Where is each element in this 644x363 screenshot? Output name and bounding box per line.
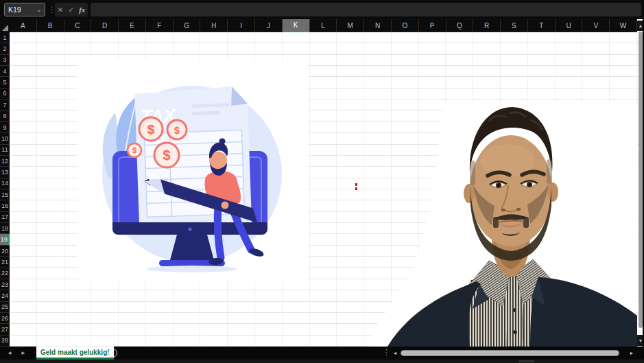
column-header-K[interactable]: K — [283, 19, 310, 32]
row-header-28[interactable]: 28 — [0, 336, 10, 347]
enter-icon[interactable]: ✓ — [68, 6, 73, 14]
monitor-logo — [189, 228, 192, 231]
presenter-photo — [367, 103, 637, 347]
row-header-4[interactable]: 4 — [0, 66, 10, 77]
hair-fade — [470, 161, 475, 185]
row-header-22[interactable]: 22 — [0, 268, 10, 279]
add-sheet-icon[interactable]: + — [108, 349, 117, 358]
row-header-9[interactable]: 9 — [0, 122, 10, 133]
row-header-2[interactable]: 2 — [0, 43, 10, 54]
column-header-O[interactable]: O — [392, 19, 419, 32]
row-header-25[interactable]: 25 — [0, 302, 10, 313]
status-strip-segment — [519, 360, 534, 362]
column-header-F[interactable]: F — [146, 19, 174, 32]
column-header-A[interactable]: A — [10, 19, 37, 32]
row-header-24[interactable]: 24 — [0, 290, 10, 301]
coin-dollar-icon: $ — [174, 124, 180, 136]
select-all-corner[interactable] — [0, 19, 10, 32]
column-header-C[interactable]: C — [64, 19, 92, 32]
name-box-value: K19 — [8, 5, 36, 14]
sheet-tab[interactable]: Geld maakt gelukkig! — [36, 347, 114, 360]
row-header-20[interactable]: 20 — [0, 246, 10, 257]
row-header-3[interactable]: 3 — [0, 55, 10, 66]
coin-dollar-icon: $ — [132, 146, 136, 154]
scroll-right-arrow-icon[interactable]: ► — [627, 347, 636, 360]
monitor-stand — [170, 235, 214, 260]
row-header-11[interactable]: 11 — [0, 145, 10, 156]
shirt-button — [512, 308, 516, 312]
row-header-26[interactable]: 26 — [0, 313, 10, 324]
row-header-8[interactable]: 8 — [0, 111, 10, 122]
horizontal-scrollbar-thumb[interactable] — [401, 350, 619, 356]
sheet-tab-bar: ◄ ► Geld maakt gelukkig! + ⋮ ◄ ► — [0, 347, 644, 360]
row-header-16[interactable]: 16 — [0, 200, 10, 211]
column-header-E[interactable]: E — [119, 19, 146, 32]
row-header-10[interactable]: 10 — [0, 133, 10, 144]
column-header-G[interactable]: G — [174, 19, 201, 32]
shirt-button — [513, 330, 516, 333]
column-header-N[interactable]: N — [364, 19, 392, 32]
formula-bar: K19 ⌄ ⋮ ✕ ✓ fx — [0, 0, 644, 19]
column-header-V[interactable]: V — [582, 19, 610, 32]
hscroll-splitter-icon[interactable]: ⋮ — [383, 348, 390, 357]
formula-buttons: ✕ ✓ fx — [55, 3, 88, 16]
column-header-R[interactable]: R — [473, 19, 501, 32]
row-header-14[interactable]: 14 — [0, 178, 10, 189]
row-header-15[interactable]: 15 — [0, 189, 10, 200]
column-header-B[interactable]: B — [37, 19, 64, 32]
status-strip — [0, 360, 644, 363]
select-all-triangle-icon — [2, 25, 8, 31]
column-header-S[interactable]: S — [501, 19, 528, 32]
row-header-5[interactable]: 5 — [0, 77, 10, 88]
column-header-I[interactable]: I — [228, 19, 255, 32]
row-header-12[interactable]: 12 — [0, 156, 10, 167]
insert-function-icon[interactable]: fx — [79, 5, 85, 14]
row-header-17[interactable]: 17 — [0, 212, 10, 223]
hair-fade — [547, 159, 552, 184]
ear — [547, 183, 558, 202]
row-header-27[interactable]: 27 — [0, 324, 10, 335]
cancel-icon[interactable]: ✕ — [58, 6, 63, 14]
excel-window: K19 ⌄ ⋮ ✕ ✓ fx ABCDEFGHIJKLMNOPQRSTUVW 1… — [0, 0, 644, 363]
column-header-T[interactable]: T — [528, 19, 556, 32]
coin-dollar-icon: $ — [147, 122, 155, 137]
row-header-7[interactable]: 7 — [0, 99, 10, 110]
column-header-Q[interactable]: Q — [446, 19, 474, 32]
row-header-18[interactable]: 18 — [0, 223, 10, 234]
column-header-H[interactable]: H — [200, 19, 228, 32]
row-header-19[interactable]: 19 — [0, 234, 10, 245]
red-marker — [355, 183, 357, 191]
row-header-23[interactable]: 23 — [0, 279, 10, 290]
column-header-J[interactable]: J — [255, 19, 283, 32]
row-header-21[interactable]: 21 — [0, 257, 10, 268]
formula-input[interactable] — [91, 3, 641, 16]
column-header-M[interactable]: M — [337, 19, 364, 32]
column-headers: ABCDEFGHIJKLMNOPQRSTUVW — [10, 19, 637, 32]
column-header-U[interactable]: U — [556, 19, 583, 32]
coin-dollar-icon: $ — [163, 148, 170, 163]
column-header-W[interactable]: W — [610, 19, 637, 32]
sheet-nav-next-icon[interactable]: ► — [18, 347, 29, 360]
sheet-nav-prev-icon[interactable]: ◄ — [4, 347, 15, 360]
tax-illustration[interactable]: TAX $ $ $ $ — [77, 60, 309, 281]
name-box[interactable]: K19 ⌄ — [4, 3, 45, 16]
column-header-L[interactable]: L — [310, 19, 337, 32]
person-hand — [222, 202, 229, 209]
scroll-left-arrow-icon[interactable]: ◄ — [391, 347, 399, 360]
chevron-down-icon[interactable]: ⌄ — [36, 7, 41, 13]
column-header-D[interactable]: D — [91, 19, 119, 32]
shadow — [147, 266, 237, 272]
column-header-P[interactable]: P — [419, 19, 446, 32]
ear — [464, 184, 475, 203]
row-header-13[interactable]: 13 — [0, 167, 10, 178]
row-header-1[interactable]: 1 — [0, 32, 10, 43]
row-headers: 1234567891011121314151617181920212223242… — [0, 32, 10, 347]
row-header-6[interactable]: 6 — [0, 89, 10, 99]
